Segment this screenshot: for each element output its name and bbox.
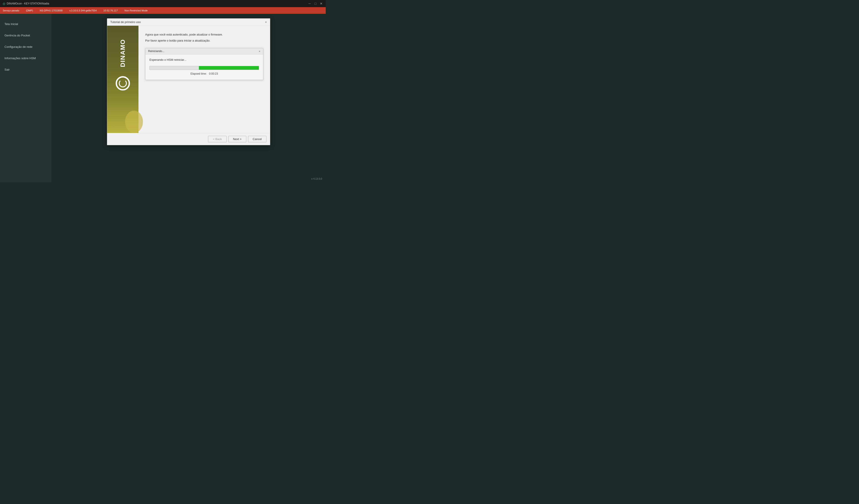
ip-address: 10.52.76.117: [103, 9, 118, 12]
content-line-1: Agora que você está autenticado, pode at…: [145, 32, 263, 37]
dialog-body: DINAMO Agora que você está autenticado, …: [107, 26, 270, 133]
inner-dialog-title-bar: Reiniciando... ×: [146, 48, 263, 54]
elapsed-label: Elapsed time:: [191, 72, 207, 75]
device-mode: Non-Restricted Mode: [124, 9, 148, 12]
elapsed-time-text: Elapsed time: 0:00:23: [149, 72, 259, 75]
inner-dialog-message: Esperando o HSM reiniciar...: [149, 58, 259, 61]
next-button[interactable]: Next >: [228, 136, 246, 142]
dialog-footer: < Back Next > Cancel: [107, 133, 270, 145]
device-type: (DMP): [26, 9, 33, 12]
dinamo-circle-icon: [116, 76, 130, 91]
back-button[interactable]: < Back: [208, 136, 226, 142]
logo-panel: DINAMO: [107, 26, 138, 133]
inner-dialog-close-button[interactable]: ×: [259, 50, 260, 53]
header-bar: Serviço parado (DMP) NS-DPHU.17010000 v.…: [0, 7, 326, 14]
progress-bar-empty: [150, 66, 199, 70]
dialog-close-button[interactable]: ×: [265, 20, 267, 24]
progress-bar-container: [149, 66, 259, 70]
logo-curve-decoration: [125, 111, 143, 133]
dialog-title: Tutorial de primeiro uso: [110, 20, 141, 24]
cancel-button[interactable]: Cancel: [248, 136, 267, 142]
sidebar-item-gerencia-pocket[interactable]: Gerência do Pocket: [0, 30, 51, 41]
elapsed-value: 0:00:23: [209, 72, 218, 75]
content-panel: Agora que você está autenticado, pode at…: [138, 26, 270, 133]
dinamo-logo-text: DINAMO: [119, 39, 126, 67]
version-text: v 4.13.0.0: [312, 177, 322, 180]
inner-dialog-title: Reiniciando...: [148, 50, 164, 53]
service-status: Serviço parado: [3, 9, 19, 12]
window-title: DINAMOcon - KEY-STATION\Nadia: [7, 2, 308, 5]
minimize-button[interactable]: ─: [308, 2, 312, 5]
sidebar-item-configuracao-rede[interactable]: Configuração de rede: [0, 41, 51, 52]
restarting-dialog: Reiniciando... × Esperando o HSM reinici…: [145, 48, 263, 80]
window-controls: ─ □ ✕: [308, 2, 323, 5]
sidebar-item-sair[interactable]: Sair: [0, 64, 51, 75]
content-line-2: Por favor aperte o botão para iniciar a …: [145, 38, 263, 43]
dialog-overlay: Tutorial de primeiro uso × DINAMO Agora …: [51, 14, 326, 182]
close-window-button[interactable]: ✕: [319, 2, 323, 5]
app-logo-icon: ◎: [3, 2, 5, 5]
sidebar-item-informacoes-hsm[interactable]: Informações sobre HSM: [0, 52, 51, 64]
sidebar: Tela Inicial Gerência do Pocket Configur…: [0, 14, 51, 182]
dialog-title-bar: Tutorial de primeiro uso ×: [107, 18, 270, 26]
device-id: NS-DPHU.17010000: [40, 9, 63, 12]
progress-bar-fill: [199, 66, 259, 70]
title-bar: ◎ DINAMOcon - KEY-STATION\Nadia ─ □ ✕: [0, 0, 326, 7]
firmware-version: v.3.10.0.3-344-ge8e7554: [69, 9, 97, 12]
sidebar-item-tela-inicial[interactable]: Tela Inicial: [0, 18, 51, 30]
inner-dialog-body: Esperando o HSM reiniciar... Elapsed tim…: [146, 54, 263, 80]
maximize-button[interactable]: □: [314, 2, 317, 5]
main-dialog: Tutorial de primeiro uso × DINAMO Agora …: [107, 18, 270, 145]
